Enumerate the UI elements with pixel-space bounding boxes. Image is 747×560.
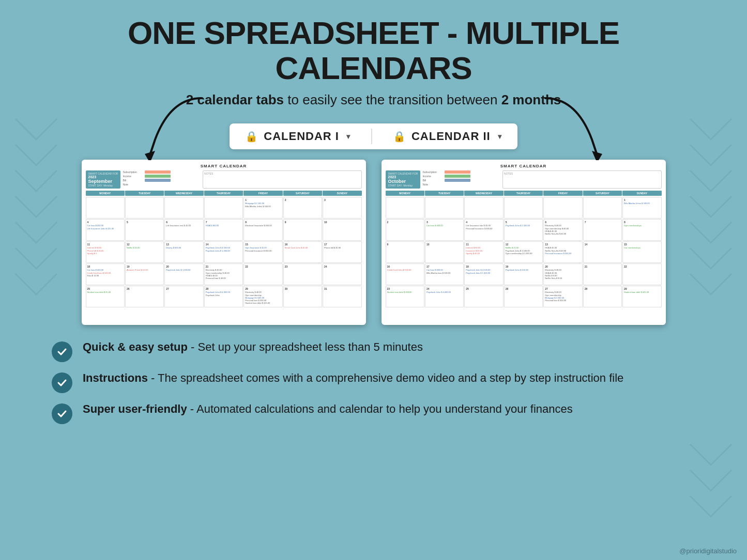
cal2-cell-empty3	[464, 197, 503, 219]
cal1-cell-25: 25 Student loan debt $ 45.00	[86, 286, 125, 307]
cal2-cell-empty2	[425, 197, 464, 219]
tab-bar-container: 🔒 CALENDAR I ▾ 🔒 CALENDAR II ▾	[0, 123, 747, 149]
cal2-cell-17: 17 Car loan $ 800.00 Bills-Martha loan $…	[425, 263, 464, 285]
cal1-cell-28: 28 Paycheck John $ 4,000.00 Paycheck Job…	[204, 286, 243, 307]
arrow-right	[514, 93, 607, 160]
cal1-bar-2	[145, 175, 171, 178]
cal1-year: 2023	[88, 175, 118, 179]
cal1-cell-1: 1 Mortgage $ 2,150.00 Bills-Martha Johns…	[243, 197, 282, 219]
feature-rest-2: - The spreadsheet comes with a comprehen…	[148, 371, 623, 384]
cal2-bar-3	[445, 179, 470, 182]
cal1-cell-16: 16 Smart Card John $ 40.00	[283, 241, 322, 263]
feature-bold-2: Instructions	[83, 371, 148, 384]
cal1-cell-27: 27	[164, 286, 203, 307]
cal1-settings: Subscription Income Bill Note	[123, 170, 201, 189]
cal2-setting-label-3: Bill	[422, 179, 443, 182]
cal2-setting-2: Income	[422, 175, 500, 178]
calendar-preview-2: SMART CALENDAR SMART CALENDAR FOR 2023 O…	[382, 160, 666, 325]
feature-item-1: Quick & easy setup - Set up your spreads…	[52, 340, 695, 362]
cal2-cell-22: 22	[622, 263, 661, 285]
watermark: @prioridigitalstudio	[679, 547, 737, 555]
cal2-cell-1: 1 Bills-Martha Johns $ 500.00	[622, 197, 661, 219]
lock-icon-1: 🔒	[245, 130, 258, 143]
cal1-grid: 1 Mortgage $ 2,150.00 Bills-Martha Johns…	[86, 197, 362, 307]
cal1-setting-label-4: Note	[123, 183, 143, 186]
feature-text-3: Super user-friendly - Automated calculat…	[83, 402, 573, 416]
feature-bold-1: Quick & easy setup	[83, 340, 188, 353]
cal1-cell-23: 23	[283, 263, 322, 285]
features-section: Quick & easy setup - Set up your spreads…	[0, 325, 747, 434]
cal1-startday: START DAY: Monday	[88, 184, 118, 187]
feature-text-1: Quick & easy setup - Set up your spreads…	[83, 340, 423, 354]
cal1-cell-3: 3	[323, 197, 361, 219]
calendars-section: SMART CALENDAR SMART CALENDAR FOR 2023 S…	[0, 160, 747, 325]
cal1-title: SMART CALENDAR	[86, 164, 362, 168]
cal2-cell-21: 21	[583, 263, 622, 285]
cal1-bar-3	[145, 179, 171, 182]
cal2-settings: Subscription Income Bill Note	[422, 170, 500, 189]
cal1-small-label: SMART CALENDAR FOR	[88, 172, 118, 175]
cal2-day-fri: FRIDAY	[543, 191, 582, 196]
cal2-cell-29: 29 Student loan debt $ 425.00	[622, 286, 661, 307]
bg-chevrons-bottom-right	[680, 429, 742, 534]
cal2-cell-11: 11 Internet $ 80.00 Insurance $ 45.00 Sp…	[464, 241, 503, 263]
cal2-cell-10: 10	[425, 241, 464, 263]
cal2-header-row: SMART CALENDAR FOR 2023 October START DA…	[386, 170, 662, 189]
cal1-setting-1: Subscription	[123, 170, 201, 174]
cal2-cell-empty6	[583, 197, 622, 219]
cal1-cell-18: 18 Car loan $ 400.00 Credit Card loan $ …	[86, 263, 125, 285]
cal1-info-box: SMART CALENDAR FOR 2023 September START …	[86, 170, 121, 189]
cal2-cell-2: 2	[386, 219, 424, 241]
cal2-cell-empty1	[386, 197, 424, 219]
cal1-cell-5: 5	[125, 219, 164, 241]
cal2-info-box: SMART CALENDAR FOR 2023 October START DA…	[386, 170, 421, 189]
cal1-cell-4: 4 Car loan $ 400.00 Life Insurance John …	[86, 219, 125, 241]
cal2-cell-14: 14	[583, 241, 622, 263]
cal2-cell-20: 20 Electricity $ 40.00 HOA $ 40.00 Netfl…	[543, 263, 582, 285]
cal1-day-sun: SUNDAY	[323, 191, 361, 196]
cal2-cell-25: 25	[464, 286, 503, 307]
cal2-day-sun: SUNDAY	[622, 191, 661, 196]
tab-calendar-2[interactable]: 🔒 CALENDAR II ▾	[393, 130, 502, 143]
cal1-setting-2: Income	[123, 175, 201, 178]
cal1-cell-20: 20 Paycheck John $ 1,300.00	[164, 263, 203, 285]
cal2-day-mon: MONDAY	[386, 191, 424, 196]
cal2-cell-26: 26	[504, 286, 543, 307]
cal1-cell-8: 8 Electrical Insurance $ 450.00	[243, 219, 282, 241]
checkmark-2	[52, 372, 72, 393]
cal1-day-wed: WEDNESDAY	[164, 191, 203, 196]
cal1-setting-label-2: Income	[123, 175, 143, 178]
tab-calendar-1[interactable]: 🔒 CALENDAR I ▾	[245, 130, 350, 143]
cal1-bar-1	[145, 170, 171, 174]
tab-bar: 🔒 CALENDAR I ▾ 🔒 CALENDAR II ▾	[230, 123, 517, 149]
cal2-setting-label-1: Subscription	[422, 170, 443, 174]
cal1-cell-19: 19 Amazon Prime $ 12.00	[125, 263, 164, 285]
tab1-label: CALENDAR I	[264, 130, 339, 143]
checkmark-1	[52, 341, 72, 362]
cal2-cell-4: 4 Life Insurance rate $ 45.00 Personal I…	[464, 219, 503, 241]
cal2-month: October	[388, 179, 418, 184]
cal1-cell-2: 2	[283, 197, 322, 219]
cal2-cell-28: 28	[583, 286, 622, 307]
cal1-days-header: MONDAY TUESDAY WEDNESDAY THURSDAY FRIDAY…	[86, 191, 362, 196]
cal1-setting-label-3: Bill	[123, 179, 143, 182]
cal2-cell-3: 3 Car loan $ 400.00	[425, 219, 464, 241]
cal2-setting-4: Note	[422, 183, 500, 186]
cal2-setting-1: Subscription	[422, 170, 500, 174]
cal2-title: SMART CALENDAR	[386, 164, 662, 168]
lock-icon-2: 🔒	[393, 130, 406, 143]
tab2-label: CALENDAR II	[411, 130, 491, 143]
cal2-cell-empty5	[543, 197, 582, 219]
cal1-notes: NOTES	[203, 170, 361, 189]
cal2-cell-12: 12 Netflix $ 25.00 Paycheck Jobs $ 2,500…	[504, 241, 543, 263]
cal2-setting-label-2: Income	[422, 175, 443, 178]
tab1-dropdown[interactable]: ▾	[346, 132, 350, 141]
tab2-dropdown[interactable]: ▾	[498, 132, 502, 141]
cal2-notes: NOTES	[502, 170, 661, 189]
cal2-day-sat: SATURDAY	[583, 191, 622, 196]
cal2-setting-3: Bill	[422, 179, 500, 182]
feature-text-2: Instructions - The spreadsheet comes wit…	[83, 371, 623, 385]
feature-item-2: Instructions - The spreadsheet comes wit…	[52, 371, 695, 393]
cal2-cell-23: 23 Student loan debt $ 200.00	[386, 286, 424, 307]
cal1-cell-empty2	[125, 197, 164, 219]
